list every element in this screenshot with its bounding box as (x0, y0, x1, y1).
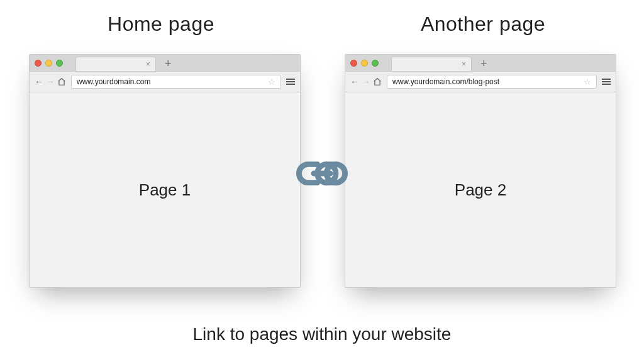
menu-hamburger-icon[interactable] (286, 79, 295, 85)
forward-icon[interactable]: → (46, 77, 55, 86)
tab-strip: × + (30, 55, 300, 72)
maximize-window-dot[interactable] (56, 60, 63, 67)
address-bar[interactable]: www.yourdomain.com/blog-post ☆ (387, 75, 597, 89)
page-content-label: Page 1 (30, 92, 300, 287)
back-icon[interactable]: ← (350, 77, 359, 86)
forward-icon[interactable]: → (362, 77, 370, 86)
minimize-window-dot[interactable] (361, 60, 368, 67)
close-tab-icon[interactable]: × (462, 60, 466, 69)
nav-arrows: ← → (35, 77, 66, 86)
chain-link-icon (294, 160, 350, 187)
heading-another-page: Another page (322, 13, 644, 36)
home-icon[interactable] (57, 77, 66, 86)
address-bar[interactable]: www.yourdomain.com ☆ (71, 75, 281, 89)
bookmark-star-icon[interactable]: ☆ (584, 77, 591, 87)
close-tab-icon[interactable]: × (146, 60, 150, 69)
browser-window-home: × + ← → www.yourdomain.com ☆ Page 1 (29, 54, 301, 288)
diagram-caption: Link to pages within your website (0, 324, 644, 344)
maximize-window-dot[interactable] (372, 60, 379, 67)
close-window-dot[interactable] (350, 60, 357, 67)
minimize-window-dot[interactable] (45, 60, 52, 67)
browser-window-another: × + ← → www.yourdomain.com/blog-post ☆ P… (345, 54, 616, 288)
bookmark-star-icon[interactable]: ☆ (268, 77, 275, 87)
page-content-label: Page 2 (345, 92, 616, 287)
new-tab-button[interactable]: + (480, 57, 487, 70)
browser-toolbar: ← → www.yourdomain.com ☆ (30, 72, 300, 92)
browser-tab[interactable]: × (391, 57, 472, 71)
back-icon[interactable]: ← (35, 77, 43, 86)
nav-arrows: ← → (350, 77, 382, 86)
browser-tab[interactable]: × (75, 57, 156, 71)
new-tab-button[interactable]: + (165, 57, 172, 70)
address-url: www.yourdomain.com/blog-post (392, 77, 499, 86)
tab-strip: × + (345, 55, 616, 72)
address-url: www.yourdomain.com (77, 77, 150, 86)
heading-home-page: Home page (0, 13, 322, 36)
window-controls (350, 60, 379, 67)
menu-hamburger-icon[interactable] (602, 79, 611, 85)
home-icon[interactable] (373, 77, 382, 86)
close-window-dot[interactable] (35, 60, 42, 67)
browser-toolbar: ← → www.yourdomain.com/blog-post ☆ (345, 72, 616, 92)
window-controls (35, 60, 63, 67)
